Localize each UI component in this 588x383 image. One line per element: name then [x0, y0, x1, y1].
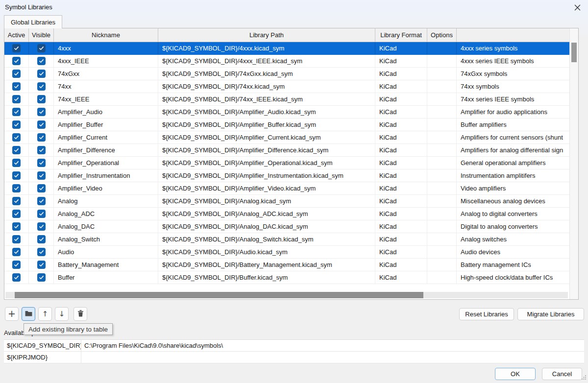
- library-format-cell[interactable]: KiCad: [375, 259, 427, 271]
- table-row[interactable]: Battery_Management${KICAD9_SYMBOL_DIR}/B…: [4, 259, 578, 271]
- nickname-cell[interactable]: Amplifier_Buffer: [54, 119, 158, 131]
- active-checkbox[interactable]: [4, 271, 29, 284]
- description-cell[interactable]: Amplifiers for analog differential sign: [457, 144, 570, 156]
- description-cell[interactable]: Miscellaneous analog devices: [457, 195, 570, 207]
- active-checkbox[interactable]: [4, 55, 29, 67]
- vertical-scrollbar[interactable]: [569, 28, 578, 299]
- nickname-cell[interactable]: Buffer: [54, 271, 158, 284]
- reset-libraries-button[interactable]: Reset Libraries: [459, 308, 514, 320]
- options-cell[interactable]: [427, 233, 457, 245]
- description-cell[interactable]: 4xxx series symbols: [457, 42, 570, 54]
- nickname-cell[interactable]: Amplifier_Operational: [54, 157, 158, 169]
- library-format-cell[interactable]: KiCad: [375, 271, 427, 284]
- active-checkbox[interactable]: [4, 144, 29, 156]
- visible-checkbox[interactable]: [29, 271, 54, 284]
- cancel-button[interactable]: Cancel: [542, 368, 582, 380]
- options-cell[interactable]: [427, 220, 457, 233]
- visible-checkbox[interactable]: [29, 42, 54, 54]
- description-cell[interactable]: Instrumentation amplitifers: [457, 169, 570, 182]
- active-checkbox[interactable]: [4, 68, 29, 80]
- options-cell[interactable]: [427, 169, 457, 182]
- vertical-scrollbar-thumb[interactable]: [571, 43, 577, 62]
- visible-checkbox[interactable]: [29, 106, 54, 118]
- options-cell[interactable]: [427, 208, 457, 220]
- options-cell[interactable]: [427, 157, 457, 169]
- visible-checkbox[interactable]: [29, 144, 54, 156]
- add-library-button[interactable]: +: [5, 307, 19, 321]
- table-row[interactable]: Analog_DAC${KICAD9_SYMBOL_DIR}/Analog_DA…: [4, 220, 578, 233]
- active-checkbox[interactable]: [4, 195, 29, 207]
- nickname-cell[interactable]: 74xGxx: [54, 68, 158, 80]
- description-cell[interactable]: Buffer amplifiers: [457, 119, 570, 131]
- description-cell[interactable]: Battery management ICs: [457, 259, 570, 271]
- move-up-button[interactable]: ↑: [38, 307, 52, 321]
- close-icon[interactable]: [572, 3, 582, 12]
- options-cell[interactable]: [427, 68, 457, 80]
- library-format-cell[interactable]: KiCad: [375, 208, 427, 220]
- table-row[interactable]: 4xxx${KICAD9_SYMBOL_DIR}/4xxx.kicad_symK…: [4, 42, 578, 55]
- table-row[interactable]: Buffer${KICAD9_SYMBOL_DIR}/Buffer.kicad_…: [4, 271, 578, 284]
- description-cell[interactable]: Audio devices: [457, 246, 570, 258]
- visible-checkbox[interactable]: [29, 68, 54, 80]
- nickname-cell[interactable]: Amplifier_Audio: [54, 106, 158, 118]
- library-format-cell[interactable]: KiCad: [375, 246, 427, 258]
- visible-checkbox[interactable]: [29, 233, 54, 245]
- table-row[interactable]: Amplifier_Current${KICAD9_SYMBOL_DIR}/Am…: [4, 131, 578, 144]
- column-header-active[interactable]: Active: [4, 28, 29, 42]
- table-row[interactable]: Amplifier_Difference${KICAD9_SYMBOL_DIR}…: [4, 144, 578, 157]
- visible-checkbox[interactable]: [29, 169, 54, 182]
- library-path-cell[interactable]: ${KICAD9_SYMBOL_DIR}/Analog_ADC.kicad_sy…: [158, 208, 375, 220]
- options-cell[interactable]: [427, 131, 457, 144]
- options-cell[interactable]: [427, 55, 457, 67]
- description-cell[interactable]: Analog to digital converters: [457, 208, 570, 220]
- active-checkbox[interactable]: [4, 93, 29, 105]
- column-header-description[interactable]: [457, 28, 570, 42]
- library-format-cell[interactable]: KiCad: [375, 131, 427, 144]
- table-row[interactable]: Audio${KICAD9_SYMBOL_DIR}/Audio.kicad_sy…: [4, 246, 578, 259]
- library-format-cell[interactable]: KiCad: [375, 233, 427, 245]
- active-checkbox[interactable]: [4, 246, 29, 258]
- active-checkbox[interactable]: [4, 80, 29, 93]
- library-format-cell[interactable]: KiCad: [375, 55, 427, 67]
- nickname-cell[interactable]: Amplifier_Difference: [54, 144, 158, 156]
- library-format-cell[interactable]: KiCad: [375, 68, 427, 80]
- nickname-cell[interactable]: Analog: [54, 195, 158, 207]
- column-header-library-format[interactable]: Library Format: [375, 28, 427, 42]
- active-checkbox[interactable]: [4, 169, 29, 182]
- library-format-cell[interactable]: KiCad: [375, 93, 427, 105]
- library-path-cell[interactable]: ${KICAD9_SYMBOL_DIR}/4xxx.kicad_sym: [158, 42, 375, 54]
- active-checkbox[interactable]: [4, 208, 29, 220]
- description-cell[interactable]: Amplifiers for current sensors (shunt: [457, 131, 570, 144]
- visible-checkbox[interactable]: [29, 259, 54, 271]
- library-path-cell[interactable]: ${KICAD9_SYMBOL_DIR}/Buffer.kicad_sym: [158, 271, 375, 284]
- nickname-cell[interactable]: Amplifier_Instrumentation: [54, 169, 158, 182]
- options-cell[interactable]: [427, 80, 457, 93]
- description-cell[interactable]: 74xx symbols: [457, 80, 570, 93]
- nickname-cell[interactable]: 4xxx_IEEE: [54, 55, 158, 67]
- table-row[interactable]: 4xxx_IEEE${KICAD9_SYMBOL_DIR}/4xxx_IEEE.…: [4, 55, 578, 68]
- visible-checkbox[interactable]: [29, 182, 54, 194]
- library-path-cell[interactable]: ${KICAD9_SYMBOL_DIR}/Amplifier_Instrumen…: [158, 169, 375, 182]
- library-format-cell[interactable]: KiCad: [375, 195, 427, 207]
- active-checkbox[interactable]: [4, 106, 29, 118]
- library-path-cell[interactable]: ${KICAD9_SYMBOL_DIR}/4xxx_IEEE.kicad_sym: [158, 55, 375, 67]
- horizontal-scrollbar-thumb[interactable]: [15, 292, 423, 298]
- options-cell[interactable]: [427, 246, 457, 258]
- column-header-visible[interactable]: Visible: [29, 28, 54, 42]
- active-checkbox[interactable]: [4, 119, 29, 131]
- nickname-cell[interactable]: Analog_ADC: [54, 208, 158, 220]
- table-row[interactable]: Amplifier_Operational${KICAD9_SYMBOL_DIR…: [4, 157, 578, 169]
- visible-checkbox[interactable]: [29, 131, 54, 144]
- visible-checkbox[interactable]: [29, 93, 54, 105]
- description-cell[interactable]: Analog switches: [457, 233, 570, 245]
- library-path-cell[interactable]: ${KICAD9_SYMBOL_DIR}/Analog.kicad_sym: [158, 195, 375, 207]
- browse-library-button[interactable]: [22, 307, 35, 321]
- table-row[interactable]: Amplifier_Audio${KICAD9_SYMBOL_DIR}/Ampl…: [4, 106, 578, 119]
- library-path-cell[interactable]: ${KICAD9_SYMBOL_DIR}/Analog_DAC.kicad_sy…: [158, 220, 375, 233]
- library-path-cell[interactable]: ${KICAD9_SYMBOL_DIR}/Amplifier_Buffer.ki…: [158, 119, 375, 131]
- visible-checkbox[interactable]: [29, 220, 54, 233]
- description-cell[interactable]: 74xGxx symbols: [457, 68, 570, 80]
- options-cell[interactable]: [427, 144, 457, 156]
- active-checkbox[interactable]: [4, 157, 29, 169]
- library-path-cell[interactable]: ${KICAD9_SYMBOL_DIR}/Amplifier_Differenc…: [158, 144, 375, 156]
